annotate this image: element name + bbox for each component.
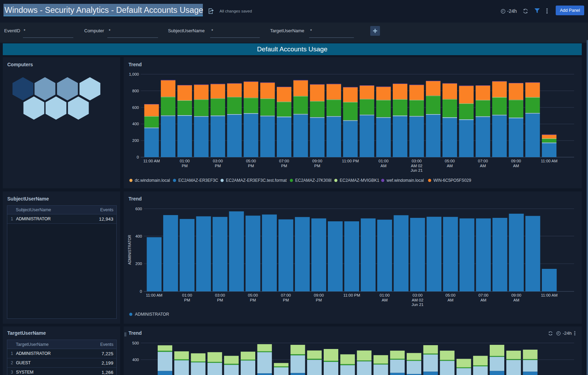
svg-text:AM: AM	[480, 164, 486, 168]
svg-text:01:00: 01:00	[182, 293, 192, 297]
svg-text:AM: AM	[480, 298, 486, 302]
svg-text:07:00: 07:00	[478, 293, 488, 297]
svg-text:EC2AMAZ-ER3EF3C: EC2AMAZ-ER3EF3C	[179, 178, 218, 183]
svg-text:AM: AM	[513, 164, 519, 168]
svg-text:09:00: 09:00	[312, 159, 322, 163]
svg-text:PM: PM	[248, 164, 254, 168]
svg-text:500: 500	[132, 341, 139, 345]
svg-text:PM: PM	[250, 298, 256, 302]
svg-text:01:00: 01:00	[379, 159, 389, 163]
svg-text:ADMINISTRATOR: ADMINISTRATOR	[135, 312, 169, 317]
svg-text:AM: AM	[447, 164, 453, 168]
svg-text:0: 0	[137, 155, 139, 159]
svg-text:05:00: 05:00	[446, 293, 456, 297]
svg-text:03:00: 03:00	[412, 159, 422, 163]
svg-text:11:00 PM: 11:00 PM	[343, 293, 360, 297]
svg-text:07:00: 07:00	[478, 159, 488, 163]
svg-text:200: 200	[135, 262, 142, 266]
svg-text:AM 02: AM 02	[412, 298, 423, 302]
svg-text:05:00: 05:00	[246, 159, 256, 163]
svg-text:600: 600	[135, 207, 142, 211]
svg-text:AM 02: AM 02	[411, 164, 422, 168]
svg-text:PM: PM	[283, 298, 289, 302]
svg-text:09:00: 09:00	[314, 293, 324, 297]
svg-text:1,000: 1,000	[129, 72, 139, 76]
svg-text:01:00: 01:00	[180, 159, 190, 163]
svg-text:AM: AM	[382, 298, 388, 302]
svg-text:PM: PM	[182, 164, 188, 168]
svg-text:07:00: 07:00	[279, 159, 289, 163]
svg-text:Jun 21: Jun 21	[411, 168, 423, 172]
svg-text:03:00: 03:00	[215, 293, 225, 297]
svg-text:wef.windomain.local: wef.windomain.local	[386, 178, 424, 183]
svg-text:AM: AM	[381, 164, 387, 168]
svg-text:Jun 21: Jun 21	[412, 302, 424, 307]
svg-text:0: 0	[140, 289, 142, 293]
svg-text:EC2AMAZ-J7K308I: EC2AMAZ-J7K308I	[295, 178, 332, 183]
svg-text:PM: PM	[217, 298, 223, 302]
svg-text:11:00 PM: 11:00 PM	[342, 159, 359, 163]
svg-text:400: 400	[132, 358, 139, 362]
svg-text:11:00 AM: 11:00 AM	[146, 293, 163, 297]
svg-text:WIN-6C5PO5FS029: WIN-6C5PO5FS029	[433, 178, 471, 183]
svg-text:PM: PM	[215, 164, 221, 168]
svg-text:800: 800	[132, 89, 139, 93]
svg-text:03:00: 03:00	[213, 159, 223, 163]
svg-text:400: 400	[135, 234, 142, 238]
svg-text:PM: PM	[314, 164, 320, 168]
svg-text:PM: PM	[316, 298, 322, 302]
svg-text:600: 600	[132, 105, 139, 110]
svg-text:EC2AMAZ-MVIGBK1: EC2AMAZ-MVIGBK1	[340, 178, 379, 183]
svg-text:ADMINISTRATOR: ADMINISTRATOR	[127, 235, 132, 265]
svg-text:09:00: 09:00	[511, 159, 521, 163]
svg-text:EC2AMAZ-ER3EF3C.test.format: EC2AMAZ-ER3EF3C.test.format	[226, 178, 287, 183]
svg-text:11:00 AM: 11:00 AM	[143, 159, 160, 163]
svg-text:PM: PM	[184, 298, 190, 302]
svg-text:200: 200	[132, 138, 139, 143]
svg-text:11:00 AM: 11:00 AM	[541, 293, 558, 297]
svg-text:07:00: 07:00	[281, 293, 291, 297]
svg-text:05:00: 05:00	[445, 159, 455, 163]
svg-text:05:00: 05:00	[248, 293, 258, 297]
svg-text:dc.windomain.local: dc.windomain.local	[135, 178, 170, 183]
svg-text:PM: PM	[281, 164, 287, 168]
svg-text:AM: AM	[513, 298, 519, 302]
svg-text:AM: AM	[447, 298, 453, 302]
svg-text:400: 400	[132, 122, 139, 126]
svg-text:11:00 AM: 11:00 AM	[541, 159, 557, 163]
svg-text:03:00: 03:00	[413, 293, 423, 297]
svg-text:01:00: 01:00	[380, 293, 390, 297]
svg-text:09:00: 09:00	[511, 293, 521, 297]
